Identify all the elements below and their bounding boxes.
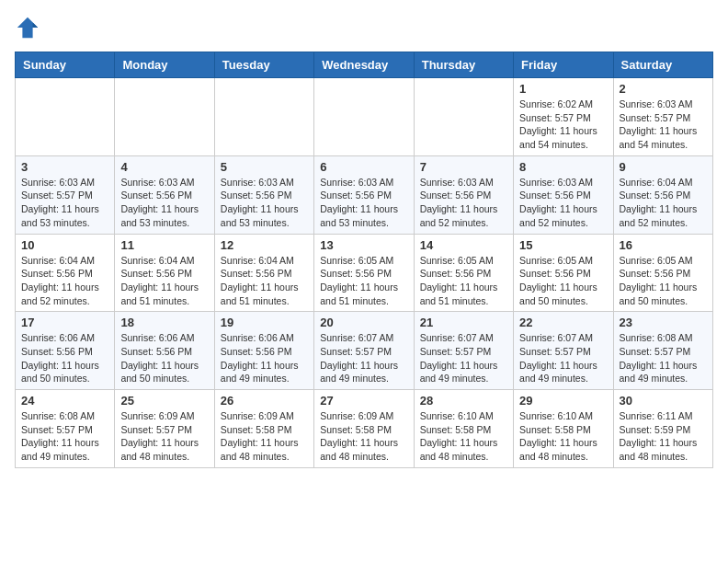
calendar-cell: 21Sunrise: 6:07 AM Sunset: 5:57 PM Dayli…: [414, 312, 513, 390]
day-info: Sunrise: 6:04 AM Sunset: 5:56 PM Dayligh…: [620, 176, 707, 230]
calendar-cell: 13Sunrise: 6:05 AM Sunset: 5:56 PM Dayli…: [314, 234, 414, 312]
day-info: Sunrise: 6:08 AM Sunset: 5:57 PM Dayligh…: [620, 331, 707, 385]
day-number: 14: [420, 238, 507, 252]
calendar-cell: [214, 78, 313, 156]
calendar-cell: 1Sunrise: 6:02 AM Sunset: 5:57 PM Daylig…: [514, 78, 613, 156]
calendar-cell: 5Sunrise: 6:03 AM Sunset: 5:56 PM Daylig…: [214, 155, 313, 234]
day-number: 22: [519, 316, 607, 329]
day-info: Sunrise: 6:05 AM Sunset: 5:56 PM Dayligh…: [519, 254, 607, 308]
calendar-cell: [16, 78, 115, 156]
day-number: 28: [420, 394, 507, 408]
calendar-cell: 30Sunrise: 6:11 AM Sunset: 5:59 PM Dayli…: [613, 390, 712, 468]
calendar-cell: 6Sunrise: 6:03 AM Sunset: 5:56 PM Daylig…: [314, 155, 414, 234]
calendar-cell: 18Sunrise: 6:06 AM Sunset: 5:56 PM Dayli…: [115, 312, 214, 390]
calendar-cell: 25Sunrise: 6:09 AM Sunset: 5:57 PM Dayli…: [115, 390, 214, 468]
weekday-header: Friday: [514, 52, 613, 78]
day-number: 9: [620, 160, 707, 174]
day-info: Sunrise: 6:03 AM Sunset: 5:56 PM Dayligh…: [320, 176, 407, 230]
calendar-cell: 3Sunrise: 6:03 AM Sunset: 5:57 PM Daylig…: [16, 155, 115, 234]
logo: [15, 15, 44, 40]
calendar-cell: 15Sunrise: 6:05 AM Sunset: 5:56 PM Dayli…: [514, 234, 613, 312]
day-number: 27: [320, 394, 407, 408]
calendar-cell: [414, 78, 513, 156]
day-number: 29: [519, 394, 607, 408]
calendar-cell: 10Sunrise: 6:04 AM Sunset: 5:56 PM Dayli…: [16, 234, 115, 312]
weekday-header: Thursday: [414, 52, 513, 78]
weekday-header: Monday: [115, 52, 214, 78]
calendar-cell: 12Sunrise: 6:04 AM Sunset: 5:56 PM Dayli…: [214, 234, 313, 312]
calendar-cell: 4Sunrise: 6:03 AM Sunset: 5:56 PM Daylig…: [115, 155, 214, 234]
day-info: Sunrise: 6:04 AM Sunset: 5:56 PM Dayligh…: [120, 254, 208, 308]
day-info: Sunrise: 6:10 AM Sunset: 5:58 PM Dayligh…: [420, 409, 507, 464]
page-header: [15, 15, 713, 40]
day-number: 1: [519, 82, 607, 96]
logo-icon: [15, 15, 40, 40]
calendar-cell: 8Sunrise: 6:03 AM Sunset: 5:56 PM Daylig…: [514, 155, 613, 234]
calendar-body: 1Sunrise: 6:02 AM Sunset: 5:57 PM Daylig…: [16, 78, 713, 468]
day-info: Sunrise: 6:08 AM Sunset: 5:57 PM Dayligh…: [21, 409, 108, 464]
calendar-table: SundayMondayTuesdayWednesdayThursdayFrid…: [15, 52, 713, 468]
day-number: 13: [320, 238, 407, 252]
day-info: Sunrise: 6:05 AM Sunset: 5:56 PM Dayligh…: [420, 254, 507, 308]
day-info: Sunrise: 6:03 AM Sunset: 5:56 PM Dayligh…: [420, 176, 507, 230]
calendar-week-row: 17Sunrise: 6:06 AM Sunset: 5:56 PM Dayli…: [16, 312, 713, 390]
day-info: Sunrise: 6:02 AM Sunset: 5:57 PM Dayligh…: [519, 98, 607, 152]
day-info: Sunrise: 6:05 AM Sunset: 5:56 PM Dayligh…: [620, 254, 707, 308]
day-number: 18: [120, 316, 208, 329]
day-info: Sunrise: 6:03 AM Sunset: 5:57 PM Dayligh…: [620, 98, 707, 152]
calendar-cell: 20Sunrise: 6:07 AM Sunset: 5:57 PM Dayli…: [314, 312, 414, 390]
day-number: 10: [21, 238, 108, 252]
day-info: Sunrise: 6:06 AM Sunset: 5:56 PM Dayligh…: [120, 331, 208, 385]
day-info: Sunrise: 6:06 AM Sunset: 5:56 PM Dayligh…: [221, 331, 308, 385]
day-info: Sunrise: 6:05 AM Sunset: 5:56 PM Dayligh…: [320, 254, 407, 308]
day-number: 20: [320, 316, 407, 329]
day-number: 17: [21, 316, 108, 329]
calendar-cell: 9Sunrise: 6:04 AM Sunset: 5:56 PM Daylig…: [613, 155, 712, 234]
weekday-header: Wednesday: [314, 52, 414, 78]
calendar-cell: 17Sunrise: 6:06 AM Sunset: 5:56 PM Dayli…: [16, 312, 115, 390]
day-info: Sunrise: 6:09 AM Sunset: 5:57 PM Dayligh…: [120, 409, 208, 464]
weekday-header: Saturday: [613, 52, 712, 78]
day-number: 24: [21, 394, 108, 408]
day-info: Sunrise: 6:04 AM Sunset: 5:56 PM Dayligh…: [21, 254, 108, 308]
calendar-week-row: 10Sunrise: 6:04 AM Sunset: 5:56 PM Dayli…: [16, 234, 713, 312]
day-number: 23: [620, 316, 707, 329]
day-info: Sunrise: 6:03 AM Sunset: 5:57 PM Dayligh…: [21, 176, 108, 230]
day-info: Sunrise: 6:09 AM Sunset: 5:58 PM Dayligh…: [320, 409, 407, 464]
day-info: Sunrise: 6:07 AM Sunset: 5:57 PM Dayligh…: [420, 331, 507, 385]
weekday-row: SundayMondayTuesdayWednesdayThursdayFrid…: [16, 52, 713, 78]
calendar-cell: 16Sunrise: 6:05 AM Sunset: 5:56 PM Dayli…: [613, 234, 712, 312]
day-info: Sunrise: 6:11 AM Sunset: 5:59 PM Dayligh…: [620, 409, 707, 464]
calendar-cell: 26Sunrise: 6:09 AM Sunset: 5:58 PM Dayli…: [214, 390, 313, 468]
calendar-cell: [115, 78, 214, 156]
day-number: 19: [221, 316, 308, 329]
day-number: 12: [221, 238, 308, 252]
calendar-cell: 19Sunrise: 6:06 AM Sunset: 5:56 PM Dayli…: [214, 312, 313, 390]
calendar-cell: [314, 78, 414, 156]
day-info: Sunrise: 6:10 AM Sunset: 5:58 PM Dayligh…: [519, 409, 607, 464]
day-number: 16: [620, 238, 707, 252]
calendar-cell: 24Sunrise: 6:08 AM Sunset: 5:57 PM Dayli…: [16, 390, 115, 468]
calendar-cell: 7Sunrise: 6:03 AM Sunset: 5:56 PM Daylig…: [414, 155, 513, 234]
day-number: 11: [120, 238, 208, 252]
calendar-cell: 14Sunrise: 6:05 AM Sunset: 5:56 PM Dayli…: [414, 234, 513, 312]
day-info: Sunrise: 6:04 AM Sunset: 5:56 PM Dayligh…: [221, 254, 308, 308]
calendar-cell: 28Sunrise: 6:10 AM Sunset: 5:58 PM Dayli…: [414, 390, 513, 468]
calendar-cell: 2Sunrise: 6:03 AM Sunset: 5:57 PM Daylig…: [613, 78, 712, 156]
calendar-cell: 11Sunrise: 6:04 AM Sunset: 5:56 PM Dayli…: [115, 234, 214, 312]
calendar-cell: 27Sunrise: 6:09 AM Sunset: 5:58 PM Dayli…: [314, 390, 414, 468]
day-info: Sunrise: 6:03 AM Sunset: 5:56 PM Dayligh…: [120, 176, 208, 230]
day-info: Sunrise: 6:06 AM Sunset: 5:56 PM Dayligh…: [21, 331, 108, 385]
day-number: 4: [120, 160, 208, 174]
day-number: 21: [420, 316, 507, 329]
day-number: 26: [221, 394, 308, 408]
weekday-header: Tuesday: [214, 52, 313, 78]
calendar-cell: 23Sunrise: 6:08 AM Sunset: 5:57 PM Dayli…: [613, 312, 712, 390]
day-info: Sunrise: 6:03 AM Sunset: 5:56 PM Dayligh…: [221, 176, 308, 230]
calendar-cell: 29Sunrise: 6:10 AM Sunset: 5:58 PM Dayli…: [514, 390, 613, 468]
day-info: Sunrise: 6:07 AM Sunset: 5:57 PM Dayligh…: [519, 331, 607, 385]
day-number: 5: [221, 160, 308, 174]
day-info: Sunrise: 6:03 AM Sunset: 5:56 PM Dayligh…: [519, 176, 607, 230]
calendar-cell: 22Sunrise: 6:07 AM Sunset: 5:57 PM Dayli…: [514, 312, 613, 390]
calendar-week-row: 3Sunrise: 6:03 AM Sunset: 5:57 PM Daylig…: [16, 155, 713, 234]
